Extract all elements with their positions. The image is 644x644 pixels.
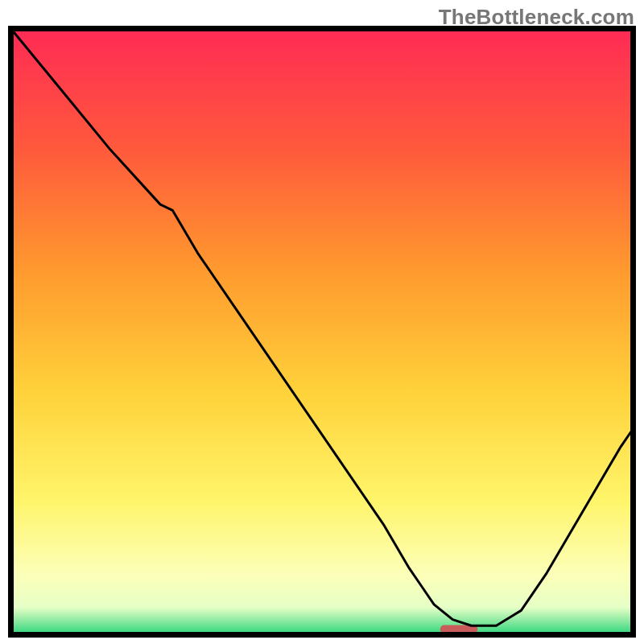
gradient-background: [11, 29, 634, 635]
watermark-text: TheBottleneck.com: [439, 5, 634, 30]
chart-canvas: [8, 26, 636, 638]
bottleneck-chart: [8, 26, 636, 638]
